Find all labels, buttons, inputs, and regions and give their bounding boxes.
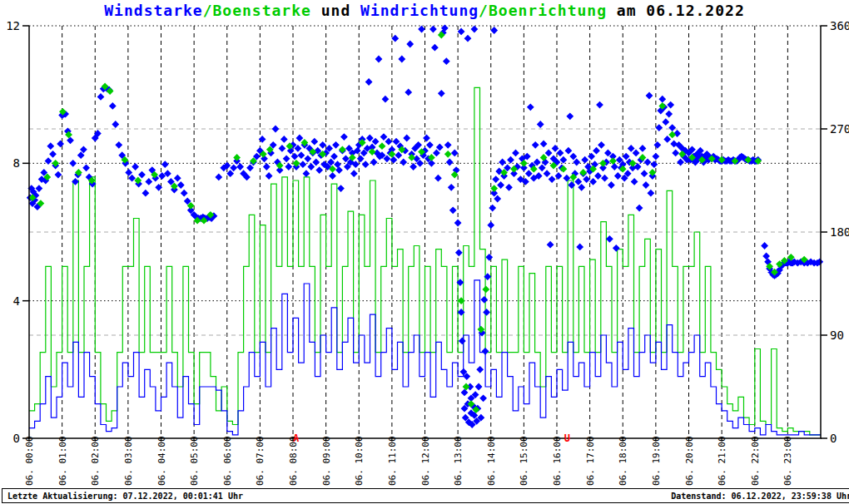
svg-text:12: 12 bbox=[6, 19, 20, 32]
wind-chart-window: Windstarke/Boenstarke und Windrichtung/B… bbox=[0, 0, 849, 504]
svg-text:06. 01:00: 06. 01:00 bbox=[57, 436, 68, 486]
svg-text:06. 07:00: 06. 07:00 bbox=[255, 436, 266, 486]
svg-text:06. 13:00: 06. 13:00 bbox=[453, 436, 464, 486]
svg-text:06. 06:00: 06. 06:00 bbox=[222, 436, 233, 486]
svg-text:06. 05:00: 06. 05:00 bbox=[189, 436, 200, 486]
svg-text:270: 270 bbox=[830, 122, 849, 136]
svg-text:06. 09:00: 06. 09:00 bbox=[321, 436, 332, 486]
status-bar: Letzte Aktualisierung: 07.12.2022, 00:01… bbox=[2, 488, 849, 503]
data-state-text: Datenstand: 06.12.2022, 23:59:38 Uhr bbox=[671, 492, 849, 501]
svg-text:06. 15:00: 06. 15:00 bbox=[519, 436, 529, 486]
svg-text:06. 00:00: 06. 00:00 bbox=[24, 436, 35, 486]
svg-text:06. 10:00: 06. 10:00 bbox=[354, 436, 365, 486]
last-update-text: Letzte Aktualisierung: 07.12.2022, 00:01… bbox=[7, 492, 243, 501]
svg-text:06. 16:00: 06. 16:00 bbox=[552, 436, 563, 486]
svg-text:06. 11:00: 06. 11:00 bbox=[387, 436, 398, 486]
svg-text:06. 20:00: 06. 20:00 bbox=[684, 436, 695, 486]
svg-text:0: 0 bbox=[13, 432, 20, 445]
left-axis-tick-labels: 04812 bbox=[6, 19, 29, 445]
svg-text:06. 19:00: 06. 19:00 bbox=[651, 436, 662, 486]
sunset-marker: U bbox=[564, 432, 570, 444]
svg-text:06. 21:00: 06. 21:00 bbox=[717, 436, 727, 486]
svg-text:06. 17:00: 06. 17:00 bbox=[585, 436, 596, 486]
svg-text:06. 14:00: 06. 14:00 bbox=[486, 436, 497, 486]
svg-text:90: 90 bbox=[830, 329, 844, 342]
wind-chart-canvas: 0481209018027036006. 00:0006. 01:0006. 0… bbox=[0, 0, 849, 504]
svg-text:06. 04:00: 06. 04:00 bbox=[156, 436, 167, 486]
svg-text:06. 18:00: 06. 18:00 bbox=[618, 436, 628, 486]
svg-text:4: 4 bbox=[13, 294, 20, 308]
svg-text:06. 22:00: 06. 22:00 bbox=[750, 436, 761, 486]
svg-text:360: 360 bbox=[830, 19, 849, 32]
gust-direction-scatter bbox=[29, 32, 808, 413]
svg-text:0: 0 bbox=[830, 432, 837, 445]
svg-text:06. 02:00: 06. 02:00 bbox=[90, 436, 101, 486]
svg-text:06. 12:00: 06. 12:00 bbox=[420, 436, 431, 486]
sunrise-marker: A bbox=[293, 432, 300, 444]
svg-text:8: 8 bbox=[13, 156, 20, 170]
svg-text:06. 03:00: 06. 03:00 bbox=[123, 436, 134, 486]
svg-text:180: 180 bbox=[830, 225, 849, 239]
right-axis-tick-labels: 090180270360 bbox=[821, 19, 849, 445]
x-axis-tick-labels: 06. 00:0006. 01:0006. 02:0006. 03:0006. … bbox=[24, 436, 793, 486]
svg-text:06. 23:00: 06. 23:00 bbox=[782, 436, 793, 486]
